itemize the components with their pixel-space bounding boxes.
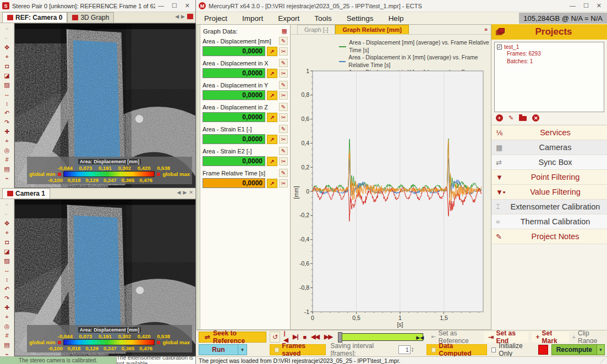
edit-icon[interactable]: ✎ (279, 169, 288, 177)
image-icon[interactable]: ▨ (4, 80, 9, 90)
remove-icon[interactable]: ✂ (279, 91, 288, 100)
timeline-handle[interactable] (338, 332, 342, 343)
projects-list[interactable]: ✓ test_1 Frames: 6293 Batches: 1 (494, 42, 604, 112)
remove-icon[interactable]: ✂ (279, 179, 288, 187)
tools-icon[interactable]: ⌁ (5, 174, 9, 183)
expand-horizontal-icon[interactable]: ↔ (4, 266, 10, 275)
undo-icon[interactable]: ↶ (4, 108, 9, 118)
tab-next-icon[interactable]: ▶ (181, 14, 185, 19)
camera-0-view[interactable]: Area: Displacement [mm]-0,0440,0730,1910… (14, 23, 196, 188)
service-row-services[interactable]: ⅙Services (491, 125, 607, 140)
add-area-icon[interactable]: ✚ (4, 127, 9, 136)
minimize-button[interactable]: — (570, 2, 576, 9)
rewind-button[interactable]: ◀◀ (311, 333, 319, 340)
tab-ref-camera-0[interactable]: REF: Camera 0 (2, 12, 67, 23)
min-marker-icon[interactable] (58, 341, 61, 344)
tab-next-icon[interactable]: ▶ (183, 190, 187, 195)
plot-icon[interactable]: ↗ (267, 113, 277, 122)
set-mark-button[interactable]: + Set Mark (532, 332, 569, 343)
loop-button[interactable]: ↺ (270, 332, 280, 343)
menu-tools[interactable]: Tools (314, 14, 332, 23)
seek-to-reference-button[interactable]: ⇌ Seek to Reference (199, 332, 266, 343)
plot-icon[interactable]: ↗ (267, 69, 277, 78)
edit-icon[interactable]: ✎ (279, 125, 288, 133)
minimize-button[interactable]: — (158, 2, 164, 9)
max-marker-icon[interactable] (157, 341, 160, 344)
redo-icon[interactable]: ↷ (4, 294, 9, 303)
menu-project[interactable]: Project (204, 14, 227, 23)
remove-icon[interactable]: ✂ (279, 69, 288, 78)
panel-menu-icon[interactable] (187, 14, 193, 19)
saving-interval-spinner[interactable]: 1 ▲▼ (398, 345, 414, 354)
graph-tab-0[interactable]: Graph [-] (297, 25, 335, 34)
service-row-extensometer-calibration[interactable]: ⌶Extensometer Calibration (491, 200, 607, 214)
menu-settings[interactable]: Settings (347, 14, 374, 23)
fit-view-icon[interactable]: ⌖ (5, 52, 8, 62)
expand-vertical-icon[interactable]: ↕ (6, 99, 9, 108)
maximize-button[interactable]: ☐ (172, 2, 177, 9)
service-row-sync-box[interactable]: ⇄Sync Box (491, 155, 607, 170)
menu-help[interactable]: Help (389, 14, 404, 23)
camera-1-view[interactable]: Area: Displacement [mm]-0,0440,0730,1910… (14, 199, 196, 356)
move-icon[interactable]: ✥ (4, 219, 9, 228)
edit-project-button[interactable]: ✎ (508, 114, 513, 122)
service-row-cameras[interactable]: ▦Cameras (491, 140, 607, 155)
edit-icon[interactable]: ✎ (279, 103, 288, 111)
graph-data-settings-icon[interactable]: ▦ (282, 27, 287, 35)
run-button[interactable]: Run ▼ (199, 344, 247, 355)
service-row-thermal-calibration[interactable]: ≈Thermal Calibration (491, 214, 607, 229)
project-checkbox[interactable]: ✓ (497, 45, 502, 49)
expand-vertical-icon[interactable]: ↕ (6, 275, 9, 284)
data-computed-checkbox[interactable] (431, 348, 436, 352)
target-icon[interactable]: ◎ (4, 322, 10, 331)
expand-horizontal-icon[interactable]: ↔ (4, 90, 10, 99)
tab-close-icon[interactable]: ✕ (189, 190, 193, 195)
remove-icon[interactable]: ✂ (279, 135, 288, 144)
run-dropdown-icon[interactable]: ▼ (238, 344, 247, 355)
set-as-end-button[interactable]: ⇥ Set as End (484, 332, 528, 343)
menu-export[interactable]: Export (278, 14, 299, 23)
plot-icon[interactable]: ↗ (267, 47, 277, 56)
recompute-button[interactable]: Recompute ▼ (551, 344, 605, 355)
edit-icon[interactable]: ✎ (279, 37, 288, 45)
contrast-icon[interactable]: ◘ (5, 238, 9, 247)
resize-grip[interactable]: ⋰ (600, 358, 605, 363)
fast-forward-button[interactable]: ▶▶ (324, 333, 332, 340)
project-item[interactable]: ✓ test_1 (497, 44, 601, 50)
timeline-slider[interactable]: ▶◀ (338, 333, 423, 341)
initialize-only-checkbox[interactable] (491, 348, 496, 352)
seek-end-button[interactable]: ▶| (293, 333, 298, 340)
remove-icon[interactable]: ✂ (279, 113, 288, 122)
menu-import[interactable]: Import (242, 14, 263, 23)
tab-prev-icon[interactable]: ◀ (177, 190, 181, 195)
add-point-icon[interactable]: + (5, 136, 8, 146)
add-project-button[interactable]: + (496, 114, 503, 122)
move-icon[interactable]: ✥ (4, 43, 9, 52)
add-area-icon[interactable]: ✚ (4, 303, 9, 312)
edit-icon[interactable]: ✎ (279, 59, 288, 67)
service-row-project-notes[interactable]: ✎Project Notes (491, 229, 607, 244)
grid-icon[interactable]: # (5, 331, 8, 340)
copy-icon[interactable]: ▤ (4, 164, 9, 174)
initialize-only-checkbox-row[interactable]: Initialize Only (491, 342, 534, 357)
expand-arrow-icon[interactable]: » (484, 26, 488, 32)
edit-icon[interactable]: ✎ (279, 81, 288, 89)
service-row-value-filtering[interactable]: ▼▪Value Filtering (491, 185, 607, 200)
plot-icon[interactable]: ↗ (267, 91, 277, 100)
threshold-icon[interactable]: ◪ (4, 71, 9, 80)
remove-icon[interactable]: ✂ (279, 157, 288, 166)
remove-project-button[interactable]: ✕ (532, 114, 539, 122)
service-row-point-filtering[interactable]: ▼Point Filtering (491, 170, 607, 185)
clip-range-button[interactable]: + Clip Range (572, 329, 605, 345)
saving-interval-value[interactable]: 1 (398, 345, 411, 354)
threshold-icon[interactable]: ◪ (4, 247, 9, 256)
add-point-icon[interactable]: + (5, 312, 8, 322)
contrast-icon[interactable]: ◘ (5, 62, 9, 71)
tab-camera-1[interactable]: Camera 1 (2, 188, 50, 198)
tab-prev-icon[interactable]: ◀ (175, 14, 179, 19)
remove-icon[interactable]: ✂ (279, 47, 288, 56)
redo-icon[interactable]: ↷ (4, 118, 9, 127)
spin-down-icon[interactable]: ▼ (411, 350, 414, 352)
image-icon[interactable]: ▨ (4, 256, 9, 266)
plot-icon[interactable]: ↗ (267, 157, 277, 166)
